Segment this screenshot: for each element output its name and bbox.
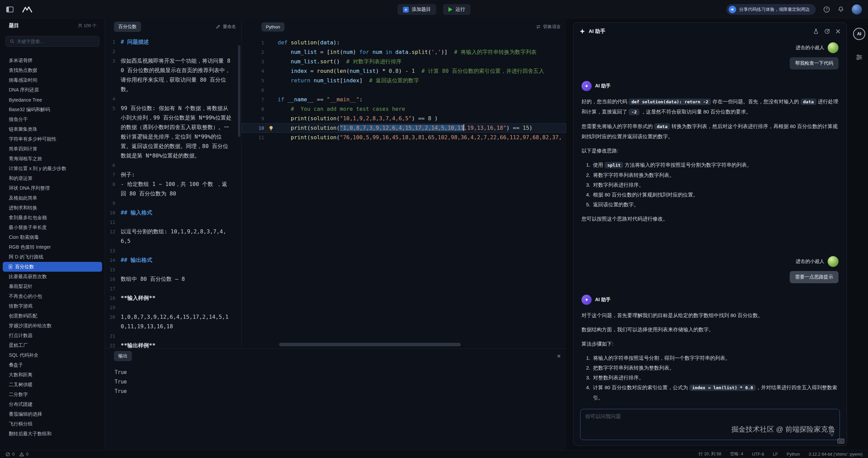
code-line[interactable]: 2 num_list = [int(num) for num in data.s… [242,47,566,57]
sidebar-item[interactable]: 简单四则计算 [3,144,102,154]
horizontal-scrollbar[interactable] [279,343,461,346]
cursor-position[interactable]: 行 10, 列 58 [698,451,721,457]
problem-line[interactable]: 10## 输入格式 [105,208,241,217]
sidebar-item[interactable]: 蛋糕工厂 [3,340,102,350]
problem-line[interactable]: 201,0,8,7,3,9,12,6,4,15,17,2,14,5,10,11,… [105,312,241,331]
sidebar-item[interactable]: 计算位置 x 到 y 的最少步数 [3,164,102,173]
sidebar-item[interactable]: 病毒感染时间 [3,75,102,85]
language-tab[interactable]: Python [261,22,284,32]
problem-line[interactable]: 18**输入样例** [105,293,241,303]
sidebar-item[interactable]: 青海湖租车之旅 [3,154,102,164]
language-mode[interactable]: Python [787,452,800,457]
sidebar-item[interactable]: 二叉树供暖 [3,380,102,390]
problem-line[interactable]: 1# 问题描述 [105,37,241,47]
code-editor[interactable]: 1def solution(data):2 num_list = [int(nu… [242,35,566,348]
sidebar-item[interactable]: 阿 D 的飞行路线 [3,252,102,262]
sidebar-item[interactable]: 猫鱼分干 [3,114,102,124]
sidebar-item[interactable]: 最小替换子串长度 [3,223,102,232]
problem-line[interactable]: 3假如西瓜视频即将开发一个功能，将访问量 80 百分位数的视频显示在首页的推荐列… [105,56,241,94]
run-button[interactable]: 运行 [443,4,471,15]
code-line[interactable]: 7if __name__ == "__main__": [242,95,566,104]
switch-language-button[interactable]: 切换语言 [536,24,561,30]
sidebar-item[interactable]: 和的逆运算 [3,173,102,183]
ai-badge[interactable]: AI [853,28,865,40]
problem-line[interactable]: 16数组中 80 百分位数 — 8 [105,274,241,284]
sidebar-item[interactable]: SQL 代码补全 [3,350,102,360]
sidebar-item[interactable]: 及格如此简单 [3,193,102,203]
sidebar-item[interactable]: Base32 编码和解码 [3,105,102,114]
sidebar-item[interactable]: 拿到最多红包金额 [3,213,102,223]
add-question-button[interactable]: 添加题目 [398,4,436,15]
code-line[interactable]: 3 num_list.sort() # 对数字列表进行排序 [242,57,566,66]
sidebar-item[interactable]: 环状 DNA 序列整理 [3,183,102,193]
sidebar-item[interactable]: 进制求和转换 [3,203,102,213]
history-icon[interactable] [824,28,830,34]
sidebar-item[interactable]: 叠盘子 [3,360,102,370]
chat-input-field[interactable] [580,409,840,440]
sidebar-item[interactable]: Bytedance Tree [3,95,102,105]
user-message-bubble[interactable]: 需要一点思路提示 [790,271,839,283]
sidebar-item[interactable]: Cion 勒索病毒 [3,232,102,242]
sidebar-item[interactable]: 二分数字 [3,390,102,399]
problem-line[interactable]: 14## 输出格式 [105,255,241,265]
code-line[interactable]: 10 print(solution("1,0,8,7,3,9,12,6,4,15… [242,123,566,133]
share-banner[interactable]: 分享代码练习体验，领限量定制周边 [726,4,816,15]
problem-line[interactable]: 13 [105,246,241,255]
search-box[interactable] [5,36,99,47]
code-line[interactable]: 5 return num_list[index] # 返回该位置的数字 [242,76,566,85]
problem-line[interactable]: 8- 给定数组 1 ~ 100，共 100 个数 ，返回 80 百分位数为 80 [105,180,241,199]
flask-icon[interactable] [813,28,819,34]
code-line[interactable]: 11 print(solution("76,100,5,99,16,45,18,… [242,133,566,142]
problem-line[interactable]: 22**输出样例** [105,341,241,348]
search-input[interactable] [17,39,95,44]
sidebar-item[interactable]: 大数和距离 [3,370,102,380]
interpreter[interactable]: 3.12.2 64-bit ('shims': pyenv) [809,452,863,457]
code-line[interactable]: 8 # You can add more test cases here [242,104,566,114]
code-line[interactable]: 6 [242,85,566,95]
sidebar-item[interactable]: 分布式团建 [3,399,102,409]
problem-line[interactable]: 9 [105,199,241,208]
problem-line[interactable]: 4 [105,94,241,104]
problem-line[interactable]: 19 [105,303,241,312]
output-tab[interactable]: 输出 [114,351,132,361]
problem-line[interactable]: 12以逗号分割的数组: 10,1,9,2,8,3,7,4,6,5 [105,227,241,246]
rename-button[interactable]: 重命名 [216,24,236,30]
user-avatar[interactable] [852,4,862,15]
app-logo[interactable] [22,6,33,13]
problem-line[interactable]: 17 [105,284,241,293]
eol-sequence[interactable]: LF [773,452,778,457]
sidebar-item[interactable]: 多米诺骨牌 [3,56,102,65]
sidebar-item[interactable]: 猜数字游戏 [3,301,102,311]
problem-line[interactable]: 599 百分位数: 假如有 N 个数据，将数据从小到大排列，99 百分位数是第 … [105,104,241,161]
sidebar-item[interactable]: 字符串有多少种可能性 [3,134,102,144]
sidebar-item[interactable]: 翻转后最大子数组和 [3,429,102,439]
problems-indicator[interactable]: 0 0 [5,452,28,457]
sidebar-item[interactable]: 百分位数 [3,262,102,272]
problem-line[interactable]: 7例子: [105,170,241,180]
sidebar-item[interactable]: 打点计数器 [3,331,102,340]
sidebar-toggle-icon[interactable] [6,6,14,13]
keyboard-icon[interactable] [837,438,844,444]
sidebar-item[interactable]: RGB 色值转 Integer [3,242,102,252]
sidebar-item[interactable]: DNA 序列还原 [3,85,102,95]
bell-icon[interactable] [837,6,844,13]
user-message-bubble[interactable]: 帮我检查一下代码 [790,57,839,69]
problem-line[interactable]: 11 [105,217,241,227]
indentation[interactable]: 空格: 4 [730,451,743,457]
problem-tab[interactable]: 百分位数 [114,22,141,32]
sidebar-item[interactable]: 番茄编辑的选择 [3,409,102,419]
problem-scrollbar[interactable] [238,45,240,137]
encoding[interactable]: UTF-8 [752,452,764,457]
code-line[interactable]: 4 index = round(len(num_list) * 0.8) - 1… [242,66,566,76]
help-icon[interactable]: ? [823,6,830,13]
sidebar-item[interactable]: 链表聚集类珠 [3,124,102,134]
sidebar-item[interactable]: 暴雨梨花针 [3,282,102,291]
sidebar-item[interactable]: 创意数码匹配 [3,311,102,321]
tune-icon[interactable] [855,54,863,61]
problem-line[interactable]: 2 [105,47,241,56]
send-icon[interactable] [828,430,835,437]
code-line[interactable]: 9 print(solution("10,1,9,2,8,3,7,4,6,5")… [242,114,566,123]
chat-input[interactable] [580,409,840,440]
sidebar-item[interactable]: 飞行棋分组 [3,419,102,429]
sidebar-item[interactable]: 不再贪心的小包 [3,291,102,301]
